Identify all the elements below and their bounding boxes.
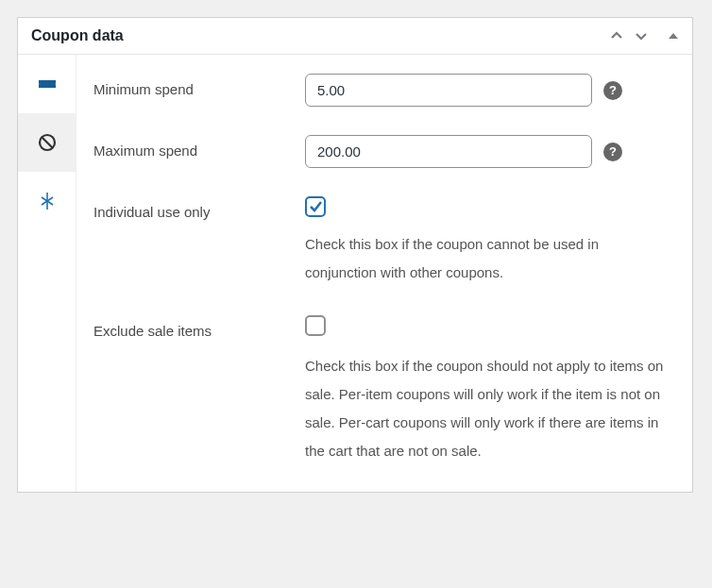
help-icon[interactable]: ? [603, 143, 622, 161]
move-up-icon[interactable] [609, 28, 624, 43]
row-exclude-sale: Exclude sale items Check this box if the… [93, 315, 670, 465]
exclude-sale-checkbox[interactable] [305, 315, 326, 336]
arrows-in-icon [38, 192, 57, 210]
coupon-data-panel: Coupon data [17, 17, 693, 493]
svg-line-1 [42, 138, 52, 148]
panel-header: Coupon data [18, 18, 692, 55]
panel-controls [609, 28, 679, 43]
tab-general[interactable] [18, 55, 76, 113]
panel-body: Minimum spend ? Maximum spend ? Individu… [18, 55, 692, 492]
minimum-spend-label: Minimum spend [93, 74, 305, 97]
collapse-icon[interactable] [668, 30, 679, 42]
exclude-sale-label: Exclude sale items [93, 315, 305, 339]
individual-use-label: Individual use only [93, 196, 305, 220]
checkmark-icon [308, 199, 323, 214]
panel-title: Coupon data [31, 27, 124, 44]
ticket-icon [37, 74, 58, 94]
tabs [18, 55, 76, 492]
row-minimum-spend: Minimum spend ? [93, 74, 670, 107]
individual-use-checkbox[interactable] [305, 196, 326, 217]
maximum-spend-label: Maximum spend [93, 135, 305, 159]
minimum-spend-input[interactable] [305, 74, 592, 107]
individual-use-description: Check this box if the coupon cannot be u… [305, 230, 664, 287]
tab-usage-limits[interactable] [18, 172, 76, 230]
row-individual-use: Individual use only Check this box if th… [93, 196, 670, 287]
exclude-sale-description: Check this box if the coupon should not … [305, 352, 664, 465]
tab-usage-restriction[interactable] [18, 113, 76, 172]
ban-icon [38, 133, 57, 152]
help-icon[interactable]: ? [603, 81, 622, 100]
maximum-spend-input[interactable] [305, 135, 592, 168]
content: Minimum spend ? Maximum spend ? Individu… [76, 55, 692, 492]
row-maximum-spend: Maximum spend ? [93, 135, 670, 168]
move-down-icon[interactable] [634, 28, 649, 43]
